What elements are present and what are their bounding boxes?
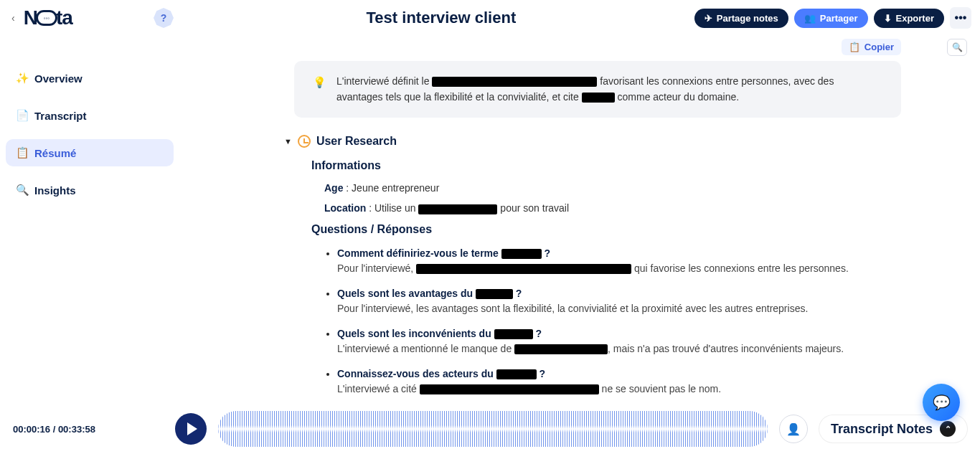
share-label: Partager (820, 13, 858, 24)
logo-dna-icon: ◦◦◦ (36, 10, 57, 26)
list-item: Connaissez-vous des acteurs du ? L'inter… (337, 366, 901, 397)
redacted-text (496, 369, 537, 379)
sidebar-item-insights[interactable]: 🔍 Insights (6, 176, 174, 204)
share-notes-label: Partage notes (717, 13, 778, 24)
paper-plane-icon: ✈ (705, 13, 712, 24)
field-age: Age : Jeune entrepreneur (324, 182, 901, 194)
transcript-notes-label: Transcript Notes (831, 422, 933, 437)
more-menu-button[interactable]: ••• (950, 7, 971, 29)
list-item: Quels sont les avantages du ? Pour l'int… (337, 286, 901, 316)
file-icon: 📄 (16, 109, 27, 122)
audio-waveform[interactable] (218, 411, 768, 447)
player-bar: 00:00:16 / 00:33:58 👤 Transcript Notes ⌃ (0, 404, 980, 454)
redacted-text (432, 77, 597, 87)
sidebar: ✨ Overview 📄 Transcript 📋 Résumé 🔍 Insig… (0, 36, 179, 454)
redacted-text (501, 249, 542, 259)
speaker-button[interactable]: 👤 (779, 415, 808, 443)
share-button[interactable]: 👥 Partager (794, 9, 868, 28)
sidebar-item-resume[interactable]: 📋 Résumé (6, 139, 174, 166)
subheading-informations: Informations (311, 159, 901, 172)
chat-icon: 💬 (933, 394, 951, 411)
page-title: Test interview client (188, 9, 694, 27)
list-item: Comment définiriez-vous le terme ? Pour … (337, 246, 901, 276)
sidebar-item-label: Transcript (34, 110, 87, 122)
chevron-up-icon: ⌃ (940, 421, 956, 437)
section-title: User Research (316, 135, 397, 148)
insight-text: L'interviewé définit le favorisant les c… (336, 74, 882, 105)
chat-fab-button[interactable]: 💬 (923, 384, 960, 421)
lightbulb-icon: 💡 (313, 74, 326, 105)
back-chevron-icon[interactable]: ‹ (9, 9, 18, 27)
redacted-text (514, 344, 608, 354)
list-item: Quels sont les inconvénients du ? L'inte… (337, 326, 901, 356)
sidebar-item-label: Insights (34, 184, 76, 197)
sidebar-item-transcript[interactable]: 📄 Transcript (6, 102, 174, 129)
redacted-text (420, 384, 599, 394)
redacted-text (418, 204, 497, 214)
copy-label: Copier (864, 42, 894, 52)
export-label: Exporter (896, 13, 934, 24)
sidebar-item-label: Overview (34, 72, 83, 85)
app-logo: N ◦◦◦ ta (24, 6, 72, 29)
play-icon (187, 422, 197, 435)
logo-text-right: ta (56, 6, 72, 29)
search-icon: 🔍 (16, 184, 27, 197)
play-button[interactable] (175, 413, 207, 445)
person-icon: 👤 (786, 422, 801, 436)
export-button[interactable]: ⬇ Exporter (874, 9, 944, 28)
chevron-down-icon: ▼ (284, 137, 292, 146)
copy-button[interactable]: 📋 Copier (842, 39, 901, 55)
sparkle-icon: ✨ (16, 72, 27, 85)
sidebar-item-overview[interactable]: ✨ Overview (6, 65, 174, 92)
redacted-text (582, 93, 615, 103)
timecode: 00:00:16 / 00:33:58 (13, 424, 164, 435)
share-notes-button[interactable]: ✈ Partage notes (694, 9, 788, 28)
field-location: Location : Utilise un pour son travail (324, 202, 901, 214)
subheading-qr: Questions / Réponses (311, 223, 901, 236)
redacted-text (476, 289, 513, 299)
qa-list: Comment définiriez-vous le terme ? Pour … (337, 246, 901, 397)
sidebar-item-label: Résumé (34, 147, 76, 159)
redacted-text (416, 264, 631, 274)
redacted-text (494, 329, 533, 339)
content-scroll[interactable]: 📋 Copier 💡 L'interviewé définit le favor… (179, 36, 980, 454)
clock-icon (298, 135, 311, 148)
people-icon: 👥 (804, 13, 816, 24)
clipboard-icon: 📋 (849, 42, 860, 52)
section-header-user-research[interactable]: ▼ User Research (284, 135, 901, 148)
list-icon: 📋 (16, 146, 27, 159)
help-icon[interactable]: ? (154, 8, 174, 28)
download-icon: ⬇ (884, 13, 892, 24)
insight-card: 💡 L'interviewé définit le favorisant les… (294, 61, 901, 118)
